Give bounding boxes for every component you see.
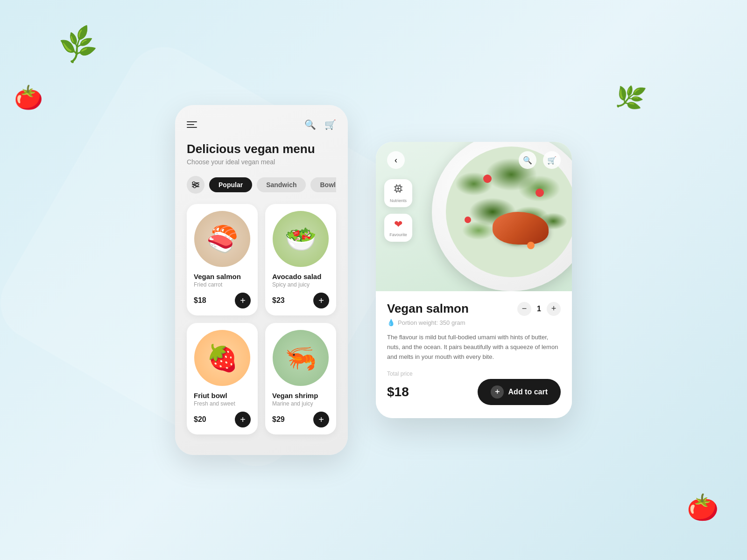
increase-quantity-button[interactable]: + (547, 302, 561, 316)
subtitle: Choose your ideal vegan meal (187, 158, 336, 166)
food-card-salmon: 🍣 Vegan salmon Fried carrot $18 + (187, 204, 258, 315)
food-price-row-shrimp: $29 + (272, 412, 329, 427)
detail-title-row: Vegan salmon − 1 + (387, 301, 561, 316)
food-name-shrimp: Vegan shrimp (272, 392, 329, 399)
phone-left: 🔍 🛒 Delicious vegan menu Choose your ide… (175, 105, 348, 455)
favourite-button[interactable]: ❤ Favourite (384, 214, 412, 242)
title-section: Delicious vegan menu Choose your ideal v… (187, 142, 336, 166)
food-name-fruit: Friut bowl (194, 392, 251, 399)
decrease-quantity-button[interactable]: − (517, 302, 531, 316)
bottom-row: $18 ＋ Add to cart (387, 379, 561, 405)
food-desc-avocado: Spicy and juicy (272, 281, 329, 288)
portion-row: 💧 Portion weight: 350 gram (387, 319, 561, 326)
total-label: Total price (387, 371, 561, 377)
food-image-shrimp: 🦐 (273, 330, 329, 386)
nutrients-button[interactable]: Nutrients (384, 179, 412, 207)
detail-search-button[interactable]: 🔍 (519, 151, 536, 169)
header-icons: 🔍 🛒 (304, 119, 336, 130)
food-description: The flavour is mild but full-bodied umam… (387, 333, 561, 362)
filter-sandwich[interactable]: Sandwich (257, 177, 306, 192)
nutrients-icon (393, 183, 403, 196)
deco-leaf-1: 🌿 (56, 23, 100, 66)
quantity-display: 1 (537, 305, 541, 313)
detail-title: Vegan salmon (387, 301, 469, 316)
food-image-fruit: 🍓 (194, 330, 250, 386)
svg-point-3 (193, 182, 195, 184)
add-to-cart-button[interactable]: ＋ Add to cart (478, 379, 561, 405)
food-desc-salmon: Fried carrot (194, 281, 251, 288)
add-salmon-button[interactable]: + (235, 293, 251, 308)
cart-button[interactable]: 🛒 (324, 119, 336, 130)
food-desc-shrimp: Marine and juicy (272, 400, 329, 407)
filter-popular[interactable]: Popular (209, 177, 252, 192)
screens-container: 🔍 🛒 Delicious vegan menu Choose your ide… (175, 105, 572, 455)
add-to-cart-label: Add to cart (508, 388, 548, 396)
filter-icon[interactable] (187, 176, 204, 194)
food-price-row-salmon: $18 + (194, 293, 251, 308)
food-price-avocado: $23 (272, 296, 285, 305)
food-price-shrimp: $29 (272, 415, 285, 424)
add-avocado-button[interactable]: + (313, 293, 329, 308)
food-image-avocado: 🥗 (273, 211, 329, 267)
food-grid: 🍣 Vegan salmon Fried carrot $18 + 🥗 Avoc… (187, 204, 336, 434)
food-price-row-avocado: $23 + (272, 293, 329, 308)
deco-leaf-3: 🌿 (613, 81, 648, 114)
detail-header: ‹ 🔍 🛒 (376, 142, 572, 169)
menu-icon[interactable] (187, 121, 197, 128)
total-price: $18 (387, 385, 409, 399)
filter-bowl[interactable]: Bowl (310, 177, 336, 192)
food-name-avocado: Avocado salad (272, 273, 329, 280)
drop-icon: 💧 (387, 319, 395, 326)
filter-row: Popular Sandwich Bowl (187, 176, 336, 194)
heart-icon: ❤ (394, 218, 402, 231)
food-price-salmon: $18 (194, 296, 206, 305)
detail-cart-button[interactable]: 🛒 (543, 151, 561, 169)
svg-point-4 (196, 184, 198, 186)
svg-point-5 (194, 186, 196, 188)
nutrients-label: Nutrients (390, 198, 407, 203)
food-price-fruit: $20 (194, 415, 206, 424)
add-cart-icon: ＋ (491, 385, 504, 399)
detail-card: ‹ 🔍 🛒 Nutri (376, 142, 572, 418)
add-fruit-button[interactable]: + (235, 412, 251, 427)
food-desc-fruit: Fresh and sweet (194, 400, 251, 407)
portion-text: Portion weight: 350 gram (398, 319, 465, 326)
deco-tomato-2: 🍅 (687, 492, 719, 523)
phone-header: 🔍 🛒 (187, 119, 336, 130)
main-title: Delicious vegan menu (187, 142, 336, 156)
detail-info: Vegan salmon − 1 + 💧 Portion weight: 350… (376, 291, 572, 418)
food-name-salmon: Vegan salmon (194, 273, 251, 280)
add-shrimp-button[interactable]: + (313, 412, 329, 427)
side-actions: Nutrients ❤ Favourite (384, 179, 412, 242)
food-image-salmon: 🍣 (194, 211, 250, 267)
favourite-label: Favourite (389, 232, 407, 237)
food-price-row-fruit: $20 + (194, 412, 251, 427)
back-button[interactable]: ‹ (387, 151, 405, 169)
search-button[interactable]: 🔍 (304, 119, 316, 130)
food-card-avocado: 🥗 Avocado salad Spicy and juicy $23 + (265, 204, 336, 315)
quantity-control: − 1 + (517, 302, 561, 316)
deco-tomato-1: 🍅 (14, 84, 43, 111)
food-card-fruit: 🍓 Friut bowl Fresh and sweet $20 + (187, 323, 258, 434)
food-card-shrimp: 🦐 Vegan shrimp Marine and juicy $29 + (265, 323, 336, 434)
